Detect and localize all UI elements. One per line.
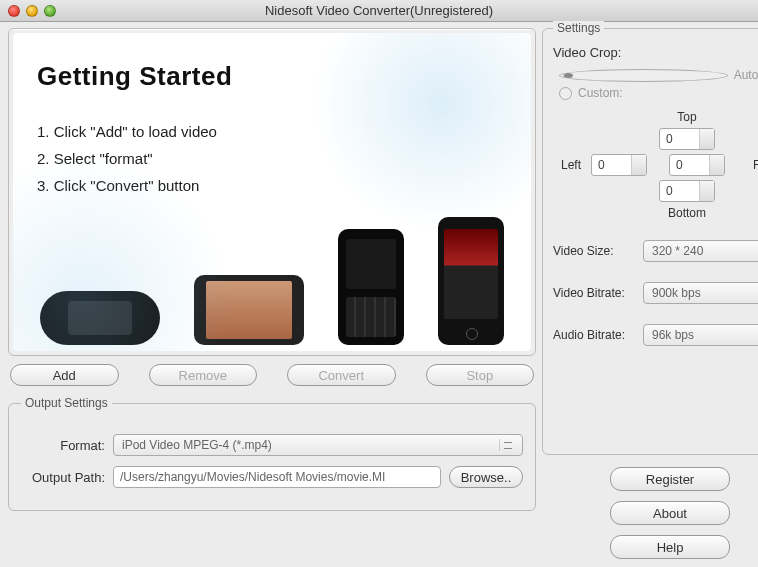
audio-bitrate-label: Audio Bitrate: (553, 328, 635, 342)
video-bitrate-label: Video Bitrate: (553, 286, 635, 300)
radio-icon (559, 69, 728, 82)
device-illustrations (23, 215, 521, 345)
output-path-label: Output Path: (21, 470, 105, 485)
about-button[interactable]: About (610, 501, 730, 525)
browse-button[interactable]: Browse.. (449, 466, 523, 488)
titlebar: Nidesoft Video Converter(Unregistered) (0, 0, 758, 22)
format-label: Format: (21, 438, 105, 453)
crop-grid: Top 0 Left 0 0 Right 0 Bottom (553, 106, 758, 220)
video-crop-label: Video Crop: (553, 45, 758, 60)
remove-button[interactable]: Remove (149, 364, 258, 386)
getting-started-heading: Getting Started (37, 61, 232, 92)
video-bitrate-select[interactable]: 900k bps (643, 282, 758, 304)
preview-panel: Getting Started 1. Click "Add" to load v… (8, 28, 536, 356)
output-path-input[interactable] (113, 466, 441, 488)
output-settings-group: Output Settings Format: iPod Video MPEG-… (8, 396, 536, 511)
output-settings-legend: Output Settings (21, 396, 112, 410)
register-button[interactable]: Register (610, 467, 730, 491)
video-size-select[interactable]: 320 * 240 (643, 240, 758, 262)
crop-left-label: Left (561, 158, 581, 172)
convert-button[interactable]: Convert (287, 364, 396, 386)
settings-panel: Settings Video Crop: Automatic Custom: T… (542, 28, 758, 455)
crop-top-label: Top (677, 110, 696, 124)
video-size-label: Video Size: (553, 244, 635, 258)
blackberry-icon (338, 229, 404, 345)
psp-icon (40, 291, 160, 345)
step-1: 1. Click "Add" to load video (37, 123, 217, 140)
stop-button[interactable]: Stop (426, 364, 535, 386)
add-button[interactable]: Add (10, 364, 119, 386)
step-3: 3. Click "Convert" button (37, 177, 217, 194)
format-select[interactable]: iPod Video MPEG-4 (*.mp4) (113, 434, 523, 456)
window-title: Nidesoft Video Converter(Unregistered) (0, 3, 758, 18)
settings-legend: Settings (553, 21, 604, 35)
action-buttons: Add Remove Convert Stop (8, 364, 536, 386)
ipod-icon (194, 275, 304, 345)
crop-right-input[interactable]: 0 (669, 154, 725, 176)
crop-automatic-radio[interactable]: Automatic (559, 68, 758, 82)
step-2: 2. Select "format" (37, 150, 217, 167)
crop-bottom-label: Bottom (668, 206, 706, 220)
crop-custom-radio[interactable]: Custom: (559, 86, 758, 100)
side-buttons: Register About Help (542, 467, 758, 559)
getting-started-steps: 1. Click "Add" to load video 2. Select "… (37, 113, 217, 204)
audio-bitrate-select[interactable]: 96k bps (643, 324, 758, 346)
crop-top-input[interactable]: 0 (659, 128, 715, 150)
help-button[interactable]: Help (610, 535, 730, 559)
crop-bottom-input[interactable]: 0 (659, 180, 715, 202)
crop-right-label: Right (753, 158, 758, 172)
iphone-icon (438, 217, 504, 345)
radio-icon (559, 87, 572, 100)
crop-left-input[interactable]: 0 (591, 154, 647, 176)
